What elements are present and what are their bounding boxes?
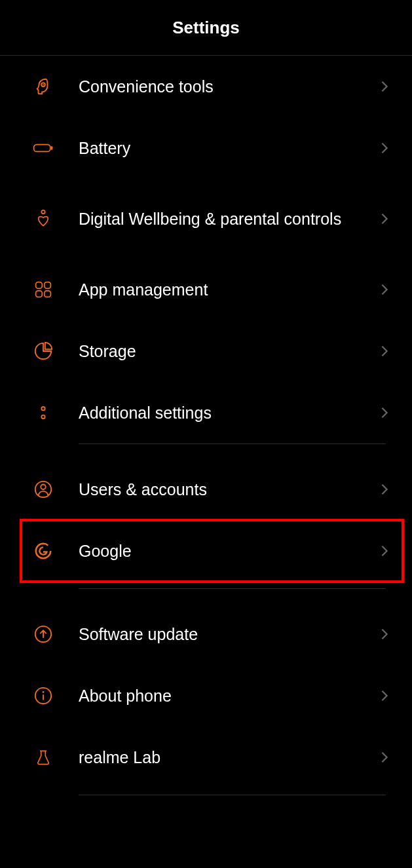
svg-rect-6: [45, 282, 51, 289]
chevron-right-icon: [381, 142, 392, 154]
apps-icon: [31, 278, 55, 301]
chevron-right-icon: [381, 545, 392, 557]
item-label: realme Lab: [79, 747, 381, 768]
chevron-right-icon: [381, 81, 392, 92]
svg-point-9: [41, 407, 45, 410]
chevron-right-icon: [381, 407, 392, 419]
svg-rect-5: [36, 282, 43, 289]
item-software-update[interactable]: Software update: [0, 603, 412, 665]
spacer: [0, 444, 412, 459]
chevron-right-icon: [381, 213, 392, 225]
item-label: Convenience tools: [79, 76, 381, 98]
section-divider: [79, 795, 386, 795]
item-about-phone[interactable]: About phone: [0, 665, 412, 726]
battery-icon: [31, 136, 55, 160]
svg-point-10: [41, 415, 45, 419]
head-gear-icon: [31, 75, 55, 98]
flask-icon: [31, 745, 55, 769]
item-google[interactable]: Google: [0, 520, 412, 582]
settings-list: Convenience tools Battery Digital Wellbe…: [0, 56, 412, 795]
item-users-accounts[interactable]: Users & accounts: [0, 459, 412, 520]
item-app-management[interactable]: App management: [0, 259, 412, 320]
more-dots-icon: [31, 401, 55, 425]
info-icon: [31, 684, 55, 708]
chevron-right-icon: [381, 690, 392, 702]
item-label: Software update: [79, 624, 381, 645]
heart-icon: [31, 207, 55, 231]
item-realme-lab[interactable]: realme Lab: [0, 726, 412, 788]
page-title: Settings: [172, 18, 240, 38]
header: Settings: [0, 0, 412, 56]
user-icon: [31, 478, 55, 501]
item-label: Google: [79, 540, 381, 562]
spacer: [0, 589, 412, 603]
item-label: App management: [79, 279, 381, 301]
arrow-up-circle-icon: [31, 622, 55, 646]
pie-icon: [31, 339, 55, 363]
item-label: Users & accounts: [79, 479, 381, 500]
svg-rect-8: [45, 291, 51, 297]
item-label: Digital Wellbeing & parental controls: [79, 208, 381, 230]
item-label: Additional settings: [79, 402, 381, 424]
item-label: Battery: [79, 138, 381, 159]
google-icon: [31, 539, 55, 563]
item-convenience-tools[interactable]: Convenience tools: [0, 56, 412, 117]
svg-rect-3: [51, 146, 53, 149]
item-additional-settings[interactable]: Additional settings: [0, 382, 412, 443]
item-battery[interactable]: Battery: [0, 117, 412, 179]
spacer: [0, 582, 412, 588]
chevron-right-icon: [381, 628, 392, 640]
item-storage[interactable]: Storage: [0, 320, 412, 382]
chevron-right-icon: [381, 284, 392, 295]
svg-point-4: [41, 210, 45, 214]
chevron-right-icon: [381, 483, 392, 495]
svg-rect-7: [36, 291, 43, 297]
item-label: About phone: [79, 685, 381, 707]
spacer: [0, 788, 412, 795]
svg-point-16: [43, 691, 45, 693]
item-wellbeing[interactable]: Digital Wellbeing & parental controls: [0, 179, 412, 259]
chevron-right-icon: [381, 345, 392, 357]
svg-rect-2: [34, 145, 50, 152]
chevron-right-icon: [381, 751, 392, 763]
item-label: Storage: [79, 341, 381, 362]
svg-point-12: [41, 485, 46, 490]
svg-point-1: [43, 84, 44, 85]
